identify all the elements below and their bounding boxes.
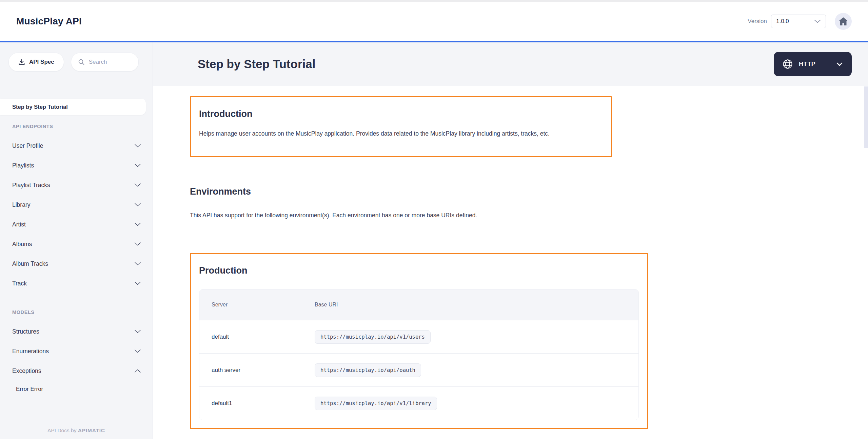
sidebar-item-label: User Profile (12, 142, 43, 149)
server-name: auth server (199, 367, 315, 374)
chevron-down-icon (134, 144, 141, 148)
sidebar-item-error-error[interactable]: Error Error (0, 381, 153, 398)
sidebar-item-label: Library (12, 201, 31, 208)
base-uri-chip: https://musicplay.io/api/oauth (315, 363, 421, 377)
content-area: Step by Step Tutorial HTTP Introduction (153, 42, 868, 439)
sidebar-item-label: Album Tracks (12, 260, 48, 267)
base-uri-chip: https://musicplay.io/api/v1/library (315, 397, 437, 410)
sidebar-item-label: Enumerations (12, 348, 49, 355)
introduction-body: Helps manage user accounts on the MusicP… (199, 128, 589, 139)
sidebar-item-album-tracks[interactable]: Album Tracks (0, 254, 153, 274)
main-layout: API Spec Step by Step Tutorial API ENDPO… (0, 42, 868, 439)
section-label-models: MODELS (12, 310, 153, 317)
environments-body: This API has support for the following e… (190, 210, 868, 220)
api-spec-button[interactable]: API Spec (8, 53, 64, 72)
language-label: HTTP (799, 61, 836, 68)
footer-prefix: API Docs by (47, 427, 78, 433)
sidebar-item-track[interactable]: Track (0, 274, 153, 293)
sidebar-item-playlist-tracks[interactable]: Playlist Tracks (0, 175, 153, 195)
column-header-server: Server (199, 302, 315, 308)
chevron-down-icon (134, 222, 141, 226)
table-row: default1 https://musicplay.io/api/v1/lib… (199, 386, 638, 420)
table-header-row: Server Base URI (199, 290, 638, 320)
download-icon (18, 59, 25, 65)
server-name: default1 (199, 400, 315, 407)
chevron-down-icon (134, 203, 141, 207)
sidebar-item-label: Step by Step Tutorial (12, 104, 68, 110)
chevron-down-icon (134, 242, 141, 246)
table-row: default https://musicplay.io/api/v1/user… (199, 320, 638, 353)
server-name: default (199, 334, 315, 340)
version-select[interactable]: 1.0.0 (771, 15, 826, 28)
sidebar-footer-link[interactable]: API Docs by APIMATIC (0, 427, 153, 434)
version-label: Version (748, 18, 767, 25)
introduction-callout: Introduction Helps manage user accounts … (190, 96, 612, 157)
sidebar-item-label: Exceptions (12, 367, 41, 375)
chevron-down-icon (134, 183, 141, 187)
chevron-down-icon (134, 330, 141, 334)
production-title: Production (199, 265, 639, 276)
chevron-down-icon (134, 281, 141, 285)
sidebar-item-tutorial[interactable]: Step by Step Tutorial (0, 99, 146, 115)
sidebar-item-label: Playlists (12, 162, 34, 169)
sidebar-item-artist[interactable]: Artist (0, 215, 153, 234)
header-controls: Version 1.0.0 (748, 13, 852, 30)
api-spec-label: API Spec (29, 59, 54, 65)
chevron-down-icon (134, 262, 141, 266)
home-button[interactable] (835, 13, 852, 30)
sidebar-item-label: Structures (12, 328, 39, 335)
chevron-down-icon (134, 349, 141, 353)
base-uri-chip: https://musicplay.io/api/v1/users (315, 330, 431, 344)
sidebar-item-albums[interactable]: Albums (0, 234, 153, 254)
environments-title: Environments (190, 186, 868, 197)
page-title: Step by Step Tutorial (198, 57, 315, 71)
home-icon (839, 17, 848, 26)
apimatic-brand: APIMATIC (78, 427, 105, 433)
app-title: MusicPlay API (16, 16, 82, 27)
introduction-title: Introduction (199, 108, 603, 120)
sidebar-item-user-profile[interactable]: User Profile (0, 136, 153, 156)
search-icon (78, 59, 85, 65)
search-box[interactable] (71, 53, 139, 72)
sidebar-item-exceptions[interactable]: Exceptions (0, 361, 153, 381)
sidebar-actions: API Spec (8, 53, 153, 72)
sidebar-item-label: Artist (12, 221, 26, 228)
chevron-down-icon (134, 163, 141, 167)
globe-icon (783, 59, 793, 69)
environments-table: Server Base URI default https://musicpla… (199, 289, 639, 420)
sidebar-item-playlists[interactable]: Playlists (0, 156, 153, 175)
chevron-down-icon (836, 62, 843, 66)
column-header-base-uri: Base URI (315, 302, 338, 308)
search-input[interactable] (88, 58, 131, 66)
scrollbar-thumb[interactable] (864, 86, 868, 148)
app-header: MusicPlay API Version 1.0.0 (0, 2, 868, 41)
sidebar-item-label: Playlist Tracks (12, 182, 50, 189)
sidebar: API Spec Step by Step Tutorial API ENDPO… (0, 42, 153, 439)
content-header: Step by Step Tutorial HTTP (153, 42, 868, 86)
production-callout: Production Server Base URI default https… (190, 253, 648, 429)
chevron-down-icon (814, 19, 821, 23)
language-selector-button[interactable]: HTTP (774, 52, 852, 76)
chevron-up-icon (134, 369, 141, 373)
section-label-api-endpoints: API ENDPOINTS (12, 124, 153, 131)
sidebar-item-label: Albums (12, 241, 32, 248)
sidebar-item-label: Error Error (16, 386, 43, 393)
version-value: 1.0.0 (776, 18, 789, 25)
sidebar-item-enumerations[interactable]: Enumerations (0, 341, 153, 361)
sidebar-item-label: Track (12, 280, 27, 287)
table-row: auth server https://musicplay.io/api/oau… (199, 353, 638, 386)
sidebar-item-structures[interactable]: Structures (0, 322, 153, 341)
doc-panel: Introduction Helps manage user accounts … (153, 86, 868, 439)
sidebar-item-library[interactable]: Library (0, 195, 153, 215)
